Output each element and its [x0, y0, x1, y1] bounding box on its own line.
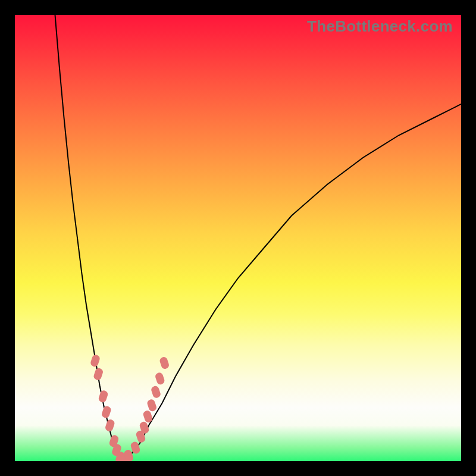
data-marker: [93, 367, 104, 381]
data-marker: [101, 405, 112, 419]
chart-svg: [15, 15, 461, 461]
data-marker: [151, 385, 162, 399]
data-marker: [104, 418, 115, 432]
curve-right-branch: [122, 104, 461, 461]
data-marker: [98, 390, 109, 403]
data-marker: [154, 372, 165, 386]
chart-frame: TheBottleneck.com: [0, 0, 476, 476]
data-marker: [159, 356, 170, 369]
data-marker: [90, 354, 101, 368]
curve-left-branch: [55, 15, 123, 461]
markers-group: [90, 354, 170, 461]
plot-area: TheBottleneck.com: [15, 15, 461, 461]
data-marker: [146, 399, 158, 412]
curve-group: [55, 15, 462, 461]
